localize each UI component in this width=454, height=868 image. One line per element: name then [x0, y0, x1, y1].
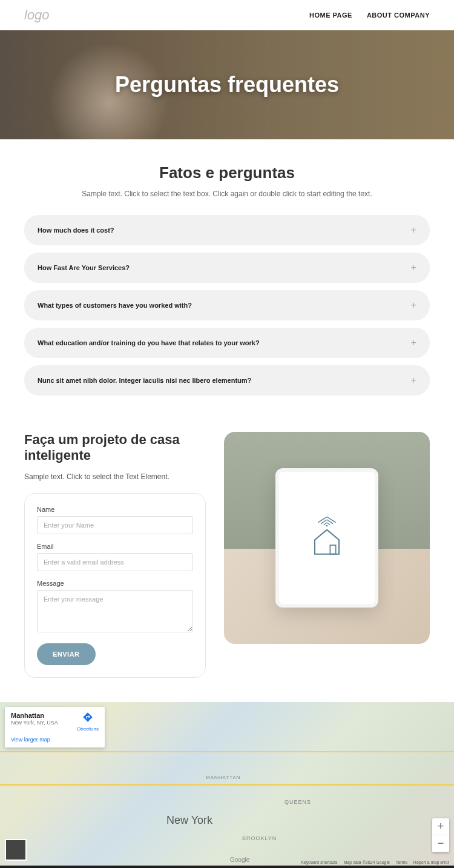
- map-footer: Keyboard shortcuts Map data ©2024 Google…: [296, 860, 449, 864]
- name-input[interactable]: [37, 516, 193, 534]
- zoom-controls: + −: [432, 818, 449, 852]
- zoom-out-button[interactable]: −: [432, 835, 449, 852]
- plus-icon: +: [411, 225, 416, 236]
- map-thumb[interactable]: [5, 839, 27, 861]
- plus-icon: +: [411, 375, 416, 386]
- directions-label: Directions: [77, 726, 99, 732]
- nav-home[interactable]: HOME PAGE: [309, 12, 352, 19]
- accordion-question: What education and/or training do you ha…: [38, 339, 260, 346]
- hero: Perguntas frequentes: [0, 30, 454, 139]
- faq-heading: Fatos e perguntas: [24, 164, 430, 182]
- zoom-in-button[interactable]: +: [432, 818, 449, 835]
- contact-left: Faça um projeto de casa inteligente Samp…: [24, 432, 206, 678]
- tablet-mockup: [275, 468, 378, 608]
- map-data: Map data ©2024 Google: [344, 860, 390, 864]
- map-area-brooklyn: BROOKLYN: [242, 835, 277, 841]
- view-larger-map-link[interactable]: View larger map: [11, 737, 99, 743]
- accordion: How much does it cost? + How Fast Are Yo…: [24, 215, 430, 396]
- form-field-name: Name: [37, 506, 193, 534]
- accordion-question: How Fast Are Your Services?: [38, 264, 130, 271]
- plus-icon: +: [411, 337, 416, 348]
- plus-icon: +: [411, 300, 416, 311]
- message-input[interactable]: [37, 590, 193, 632]
- map-terms[interactable]: Terms: [396, 860, 407, 864]
- header: logo HOME PAGE ABOUT COMPANY: [0, 0, 454, 30]
- map-card-title: Manhattan: [11, 712, 58, 719]
- accordion-item[interactable]: Nunc sit amet nibh dolor. Integer iaculi…: [24, 365, 430, 396]
- accordion-item[interactable]: How much does it cost? +: [24, 215, 430, 245]
- email-label: Email: [37, 543, 193, 550]
- svg-point-0: [326, 525, 328, 527]
- hero-title: Perguntas frequentes: [115, 72, 339, 98]
- form-field-email: Email: [37, 543, 193, 571]
- nav: HOME PAGE ABOUT COMPANY: [309, 12, 430, 19]
- accordion-question: What types of customers have you worked …: [38, 302, 192, 309]
- contact-section: Faça um projeto de casa inteligente Samp…: [0, 426, 454, 702]
- form-field-message: Message: [37, 580, 193, 635]
- map-area-queens: QUEENS: [285, 799, 311, 805]
- faq-subtitle: Sample text. Click to select the text bo…: [24, 190, 430, 198]
- map-report[interactable]: Report a map error: [413, 860, 449, 864]
- accordion-question: Nunc sit amet nibh dolor. Integer iaculi…: [38, 377, 251, 384]
- nav-about[interactable]: ABOUT COMPANY: [367, 12, 430, 19]
- form-box: Name Email Message ENVIAR: [24, 493, 206, 678]
- map-card-sub: New York, NY, USA: [11, 720, 58, 726]
- smart-home-icon: [303, 514, 351, 562]
- map-area-manhattan: MANHATTAN: [206, 775, 241, 780]
- map-city-label: New York: [166, 814, 212, 827]
- message-label: Message: [37, 580, 193, 587]
- footer: Sample text. Click to select the Text El…: [0, 866, 454, 868]
- google-logo: Google: [230, 856, 249, 863]
- plus-icon: +: [411, 262, 416, 273]
- directions-button[interactable]: Directions: [77, 712, 99, 732]
- accordion-item[interactable]: What types of customers have you worked …: [24, 290, 430, 320]
- accordion-item[interactable]: What education and/or training do you ha…: [24, 328, 430, 358]
- email-input[interactable]: [37, 553, 193, 571]
- name-label: Name: [37, 506, 193, 513]
- map-shortcuts[interactable]: Keyboard shortcuts: [301, 860, 337, 864]
- contact-heading: Faça um projeto de casa inteligente: [24, 432, 206, 464]
- accordion-item[interactable]: How Fast Are Your Services? +: [24, 253, 430, 283]
- logo[interactable]: logo: [24, 7, 50, 23]
- map[interactable]: New York BROOKLYN MANHATTAN QUEENS Manha…: [0, 702, 454, 866]
- contact-subtext: Sample text. Click to select the Text El…: [24, 472, 206, 481]
- submit-button[interactable]: ENVIAR: [37, 643, 96, 665]
- faq-section: Fatos e perguntas Sample text. Click to …: [0, 139, 454, 426]
- contact-right: [224, 432, 430, 678]
- directions-icon: [82, 712, 93, 723]
- accordion-question: How much does it cost?: [38, 227, 114, 234]
- map-info-card: Manhattan New York, NY, USA Directions V…: [5, 707, 105, 747]
- svg-rect-1: [330, 545, 335, 554]
- device-image: [224, 432, 430, 644]
